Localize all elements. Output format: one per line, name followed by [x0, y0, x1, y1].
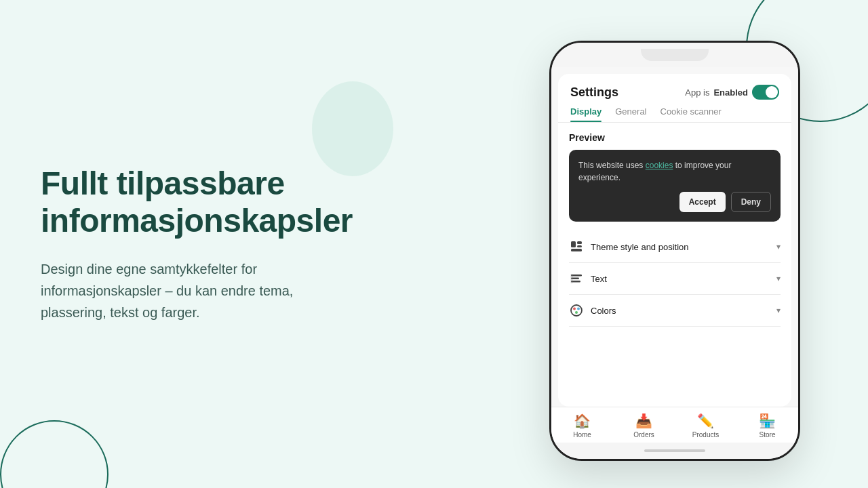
- home-bar-line: [644, 449, 705, 452]
- deny-button[interactable]: Deny: [731, 192, 771, 212]
- settings-container: Settings App is Enabled Display General: [558, 74, 791, 407]
- app-is-label: App is: [685, 87, 709, 98]
- phone-wrapper: Settings App is Enabled Display General: [549, 41, 800, 461]
- nav-home[interactable]: 🏠 Home: [551, 413, 613, 439]
- svg-rect-0: [571, 241, 576, 247]
- cookie-link[interactable]: cookies: [646, 161, 673, 170]
- svg-rect-3: [571, 249, 582, 251]
- cookie-banner-text: This website uses cookies to improve you…: [578, 159, 771, 184]
- home-label: Home: [573, 431, 591, 439]
- settings-body: Preview This website uses cookies to imp…: [558, 123, 791, 407]
- phone-content: Settings App is Enabled Display General: [551, 67, 798, 407]
- settings-tabs: Display General Cookie scanner: [558, 100, 791, 123]
- svg-rect-2: [577, 245, 582, 247]
- bottom-nav: 🏠 Home 📥 Orders ✏️ Products 🏪 Store: [551, 407, 798, 443]
- text-icon: [569, 271, 584, 286]
- colors-label: Colors: [591, 306, 616, 316]
- products-label: Products: [692, 431, 719, 439]
- store-label: Store: [760, 431, 776, 439]
- enabled-label: Enabled: [713, 87, 748, 98]
- cookie-banner-preview: This website uses cookies to improve you…: [569, 150, 781, 222]
- text-label: Text: [591, 274, 607, 284]
- accordion-text[interactable]: Text ▾: [569, 263, 781, 295]
- phone-home-bar: [551, 443, 798, 459]
- preview-label: Preview: [569, 132, 781, 143]
- theme-chevron: ▾: [776, 242, 781, 251]
- colors-chevron: ▾: [776, 306, 781, 315]
- svg-point-10: [577, 308, 580, 310]
- settings-title: Settings: [570, 85, 618, 100]
- theme-label: Theme style and position: [591, 242, 689, 252]
- tab-general[interactable]: General: [615, 106, 646, 122]
- sub-text: Design dine egne samtykkefelter for info…: [41, 258, 353, 323]
- accordion-text-left: Text: [569, 271, 607, 286]
- accordion-colors-left: Colors: [569, 303, 616, 318]
- settings-header: Settings App is Enabled: [558, 74, 791, 100]
- layout-icon: [569, 239, 584, 254]
- store-icon: 🏪: [759, 413, 776, 429]
- accordion-theme-left: Theme style and position: [569, 239, 689, 254]
- tab-cookie-scanner[interactable]: Cookie scanner: [660, 106, 722, 122]
- palette-icon: [569, 303, 584, 318]
- left-content: Fullt tilpassbare informasjonskapsler De…: [0, 0, 393, 488]
- text-chevron: ▾: [776, 274, 781, 283]
- accordion-colors[interactable]: Colors ▾: [569, 295, 781, 327]
- svg-point-8: [571, 305, 582, 316]
- orders-icon: 📥: [635, 413, 652, 429]
- products-icon: ✏️: [697, 413, 714, 429]
- orders-label: Orders: [633, 431, 654, 439]
- nav-products[interactable]: ✏️ Products: [675, 413, 736, 439]
- svg-rect-1: [577, 241, 582, 244]
- svg-point-11: [575, 311, 578, 314]
- nav-orders[interactable]: 📥 Orders: [613, 413, 675, 439]
- svg-point-9: [573, 308, 576, 310]
- phone-frame: Settings App is Enabled Display General: [549, 41, 800, 461]
- banner-text-before: This website uses: [578, 161, 646, 170]
- main-heading: Fullt tilpassbare informasjonskapsler: [41, 165, 353, 239]
- accept-button[interactable]: Accept: [679, 192, 726, 212]
- phone-notch-bar: [551, 43, 798, 67]
- app-toggle[interactable]: [752, 85, 779, 100]
- tab-display[interactable]: Display: [570, 106, 601, 122]
- home-icon: 🏠: [574, 413, 591, 429]
- phone-notch: [641, 49, 709, 61]
- app-status: App is Enabled: [685, 85, 779, 100]
- accordion-theme[interactable]: Theme style and position ▾: [569, 231, 781, 263]
- svg-rect-7: [571, 274, 573, 283]
- cookie-buttons: Accept Deny: [578, 192, 771, 212]
- nav-store[interactable]: 🏪 Store: [736, 413, 798, 439]
